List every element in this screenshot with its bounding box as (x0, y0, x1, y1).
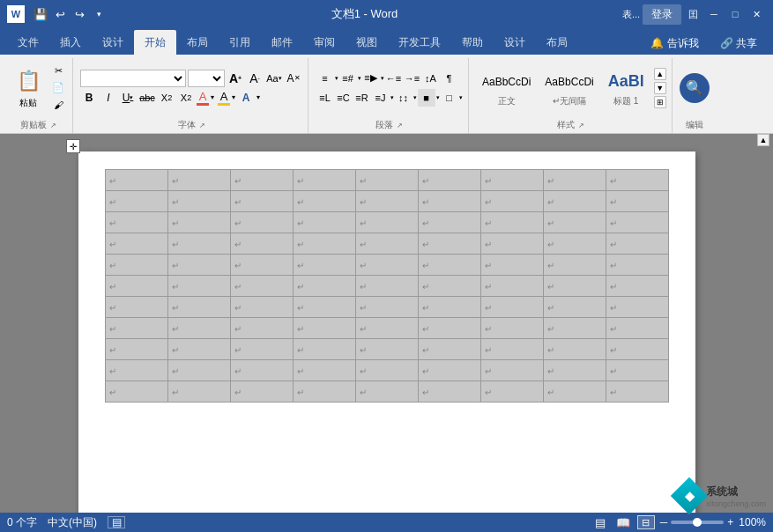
table-cell[interactable] (167, 191, 230, 212)
table-cell[interactable] (230, 276, 293, 297)
table-cell[interactable] (230, 233, 293, 255)
tab-table-design[interactable]: 设计 (494, 30, 536, 55)
table-row[interactable] (105, 360, 668, 381)
table-cell[interactable] (418, 276, 480, 297)
italic-button[interactable]: I (100, 89, 117, 107)
shading-dropdown[interactable]: ▾ (436, 94, 440, 101)
表-button[interactable]: 表... (621, 4, 641, 24)
table-cell[interactable] (418, 212, 480, 233)
style-normal[interactable]: AaBbCcDi 正文 (476, 65, 537, 111)
table-cell[interactable] (105, 339, 167, 360)
align-center-button[interactable]: ≡C (335, 89, 353, 107)
table-cell[interactable] (480, 381, 543, 403)
table-cell[interactable] (543, 276, 606, 297)
redo-button[interactable]: ↪ (71, 5, 88, 23)
subscript-button[interactable]: X2 (158, 89, 175, 107)
tab-layout[interactable]: 布局 (176, 30, 219, 55)
table-cell[interactable] (480, 276, 543, 297)
table-cell[interactable] (167, 318, 230, 339)
table-cell[interactable] (230, 360, 293, 381)
table-cell[interactable] (606, 381, 668, 403)
table-cell[interactable] (355, 297, 418, 318)
table-cell[interactable] (606, 276, 668, 297)
table-cell[interactable] (293, 360, 355, 381)
justify-dropdown[interactable]: ▾ (390, 94, 394, 101)
table-cell[interactable] (230, 191, 293, 212)
table-cell[interactable] (105, 233, 167, 255)
table-cell[interactable] (355, 170, 418, 191)
multilevel-list-button[interactable]: ≡▶ (362, 70, 380, 87)
zoom-percent[interactable]: 100% (739, 516, 766, 528)
table-row[interactable] (105, 191, 668, 212)
table-cell[interactable] (230, 318, 293, 339)
line-spacing-dropdown[interactable]: ▾ (413, 94, 417, 101)
zoom-plus-icon[interactable]: + (727, 516, 733, 528)
tab-table-layout[interactable]: 布局 (536, 30, 578, 55)
decrease-indent-button[interactable]: ←≡ (385, 70, 403, 87)
table-row[interactable] (105, 297, 668, 318)
line-spacing-button[interactable]: ↕↕ (395, 89, 413, 107)
zoom-slider[interactable] (671, 521, 724, 524)
table-cell[interactable] (105, 297, 167, 318)
table-cell[interactable] (230, 381, 293, 403)
table-cell[interactable] (105, 276, 167, 297)
table-cell[interactable] (230, 255, 293, 276)
tab-references[interactable]: 引用 (219, 30, 261, 55)
font-name-select[interactable] (80, 70, 186, 87)
table-cell[interactable] (606, 233, 668, 255)
view-read-button[interactable]: 📖 (614, 515, 632, 529)
table-cell[interactable] (418, 233, 480, 255)
table-cell[interactable] (293, 276, 355, 297)
cut-button[interactable]: ✂ (49, 63, 67, 79)
table-cell[interactable] (543, 339, 606, 360)
table-cell[interactable] (230, 212, 293, 233)
table-cell[interactable] (480, 297, 543, 318)
table-cell[interactable] (355, 381, 418, 403)
undo-button[interactable]: ↩ (51, 5, 69, 23)
style-scroll-down[interactable]: ▼ (654, 82, 666, 94)
table-cell[interactable] (293, 318, 355, 339)
table-row[interactable] (105, 339, 668, 360)
table-cell[interactable] (418, 297, 480, 318)
tab-file[interactable]: 文件 (7, 30, 49, 55)
bullet-dropdown[interactable]: ▾ (335, 75, 338, 82)
table-cell[interactable] (418, 191, 480, 212)
style-expand-arrow[interactable]: ↗ (578, 122, 584, 129)
quick-access-dropdown[interactable]: ▾ (90, 5, 108, 23)
table-cell[interactable] (293, 170, 355, 191)
paste-button[interactable]: 📋 粘贴 (9, 63, 48, 113)
align-left-button[interactable]: ≡L (316, 89, 334, 107)
table-cell[interactable] (480, 255, 543, 276)
table-cell[interactable] (293, 255, 355, 276)
table-cell[interactable] (355, 212, 418, 233)
font-expand-arrow[interactable]: ↗ (199, 122, 205, 129)
sort-button[interactable]: ↕A (422, 70, 440, 87)
table-cell[interactable] (418, 381, 480, 403)
table-row[interactable] (105, 170, 668, 191)
table-cell[interactable] (418, 170, 480, 191)
font-color-dropdown[interactable]: ▾ (211, 93, 214, 101)
maximize-button[interactable]: □ (725, 4, 745, 24)
table-cell[interactable] (606, 170, 668, 191)
table-cell[interactable] (480, 212, 543, 233)
table-cell[interactable] (543, 233, 606, 255)
table-cell[interactable] (105, 381, 167, 403)
save-button[interactable]: 💾 (32, 5, 49, 23)
table-cell[interactable] (293, 297, 355, 318)
table-cell[interactable] (418, 339, 480, 360)
table-row[interactable] (105, 255, 668, 276)
table-cell[interactable] (543, 381, 606, 403)
table-cell[interactable] (480, 191, 543, 212)
table-cell[interactable] (418, 255, 480, 276)
table-cell[interactable] (606, 360, 668, 381)
grow-font-button[interactable]: A+ (227, 70, 244, 87)
table-cell[interactable] (355, 339, 418, 360)
table-cell[interactable] (606, 339, 668, 360)
style-heading1[interactable]: AaBl 标题 1 (602, 65, 650, 111)
table-cell[interactable] (543, 318, 606, 339)
shading-button[interactable]: ■ (418, 89, 435, 107)
close-button[interactable]: ✕ (747, 4, 766, 24)
table-cell[interactable] (355, 255, 418, 276)
table-cell[interactable] (293, 191, 355, 212)
table-cell[interactable] (480, 360, 543, 381)
